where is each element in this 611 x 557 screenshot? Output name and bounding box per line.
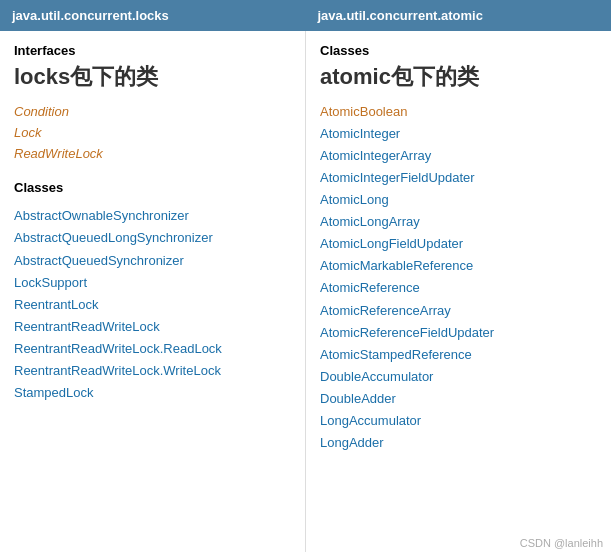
right-class-item[interactable]: LongAccumulator [320, 410, 597, 432]
right-classes-list: AtomicBooleanAtomicIntegerAtomicIntegerA… [320, 102, 597, 454]
right-class-item[interactable]: AtomicReferenceFieldUpdater [320, 322, 597, 344]
left-interface-item[interactable]: Lock [14, 123, 291, 144]
right-class-item-orange[interactable]: AtomicBoolean [320, 102, 597, 123]
left-class-item[interactable]: AbstractOwnableSynchronizer [14, 205, 291, 227]
left-class-item[interactable]: StampedLock [14, 382, 291, 404]
right-class-item[interactable]: AtomicStampedReference [320, 344, 597, 366]
right-class-item[interactable]: AtomicIntegerArray [320, 145, 597, 167]
right-class-item[interactable]: AtomicMarkableReference [320, 255, 597, 277]
right-classes-label: Classes [320, 43, 597, 58]
left-class-item[interactable]: ReentrantReadWriteLock.WriteLock [14, 360, 291, 382]
right-class-item[interactable]: DoubleAccumulator [320, 366, 597, 388]
left-classes-list: AbstractOwnableSynchronizerAbstractQueue… [14, 205, 291, 404]
right-class-item[interactable]: AtomicLong [320, 189, 597, 211]
right-class-item[interactable]: AtomicInteger [320, 123, 597, 145]
right-class-item[interactable]: AtomicReferenceArray [320, 300, 597, 322]
left-class-item[interactable]: ReentrantReadWriteLock [14, 316, 291, 338]
right-big-title: atomic包下的类 [320, 62, 597, 92]
right-class-item[interactable]: AtomicLongFieldUpdater [320, 233, 597, 255]
left-interfaces-label: Interfaces [14, 43, 291, 58]
left-class-item[interactable]: LockSupport [14, 272, 291, 294]
left-column: Interfaces locks包下的类 ConditionLockReadWr… [0, 31, 306, 552]
header: java.util.concurrent.locks java.util.con… [0, 0, 611, 31]
content: Interfaces locks包下的类 ConditionLockReadWr… [0, 31, 611, 552]
left-big-title: locks包下的类 [14, 62, 291, 92]
header-left: java.util.concurrent.locks [0, 0, 306, 31]
left-class-item[interactable]: AbstractQueuedLongSynchronizer [14, 227, 291, 249]
left-classes-section: Classes AbstractOwnableSynchronizerAbstr… [14, 180, 291, 404]
right-class-item[interactable]: AtomicIntegerFieldUpdater [320, 167, 597, 189]
left-interface-item[interactable]: Condition [14, 102, 291, 123]
left-interface-item[interactable]: ReadWriteLock [14, 144, 291, 165]
right-class-item[interactable]: DoubleAdder [320, 388, 597, 410]
left-class-item[interactable]: ReentrantReadWriteLock.ReadLock [14, 338, 291, 360]
left-class-item[interactable]: ReentrantLock [14, 294, 291, 316]
watermark: CSDN @lanleihh [520, 537, 603, 549]
left-interfaces-list: ConditionLockReadWriteLock [14, 102, 291, 164]
left-classes-label: Classes [14, 180, 291, 195]
right-class-item[interactable]: AtomicLongArray [320, 211, 597, 233]
right-column: Classes atomic包下的类 AtomicBooleanAtomicIn… [306, 31, 611, 552]
right-class-item[interactable]: AtomicReference [320, 277, 597, 299]
header-right: java.util.concurrent.atomic [306, 0, 612, 31]
right-class-item[interactable]: LongAdder [320, 432, 597, 454]
left-class-item[interactable]: AbstractQueuedSynchronizer [14, 250, 291, 272]
